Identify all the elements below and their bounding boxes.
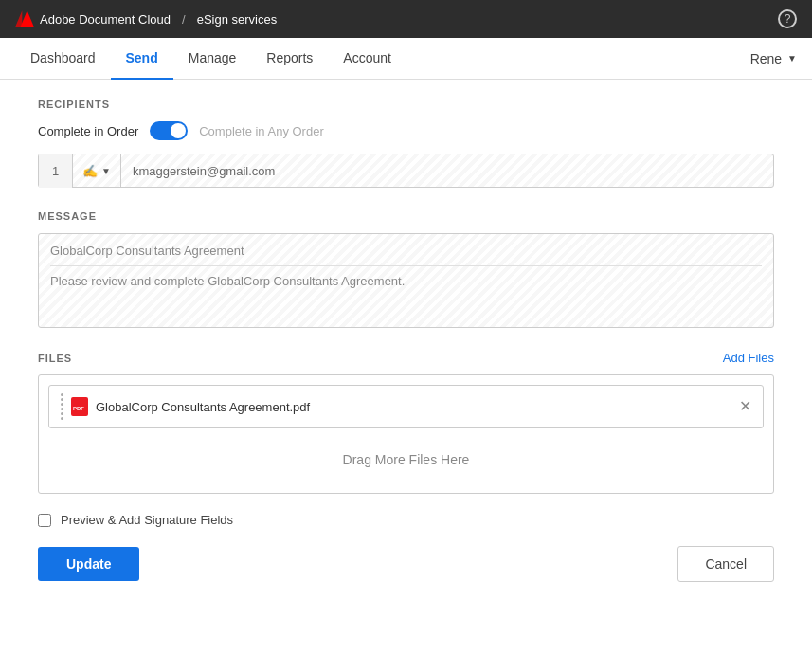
message-subject: GlobalCorp Consultants Agreement (50, 244, 762, 266)
message-label: MESSAGE (38, 210, 774, 222)
nav-item-dashboard[interactable]: Dashboard (15, 38, 111, 80)
update-button[interactable]: Update (38, 547, 139, 581)
recipient-email-input[interactable] (121, 164, 773, 178)
adobe-logo-icon (15, 9, 34, 28)
drag-more-label: Drag More Files Here (343, 452, 470, 467)
recipients-section: RECIPIENTS Complete in Order Complete in… (38, 99, 774, 188)
nav-left: Dashboard Send Manage Reports Account (15, 38, 406, 80)
svg-marker-0 (20, 10, 34, 27)
preview-label: Preview & Add Signature Fields (61, 513, 233, 527)
brand-name: Adobe Document Cloud (40, 12, 171, 27)
brand-separator: / (182, 12, 186, 27)
user-menu[interactable]: Rene ▼ (750, 51, 797, 66)
service-name: eSign services (197, 12, 278, 27)
recipient-row: 1 ✍ ▼ (38, 154, 774, 188)
complete-in-order-toggle[interactable] (150, 121, 188, 140)
nav-item-send[interactable]: Send (111, 38, 173, 80)
files-section: FILES Add Files PDF GlobalCorp Consulta (38, 351, 774, 494)
nav-item-manage[interactable]: Manage (173, 38, 252, 80)
nav-item-reports[interactable]: Reports (251, 38, 328, 80)
svg-marker-1 (15, 10, 22, 27)
recipients-label: RECIPIENTS (38, 99, 774, 110)
message-section: MESSAGE GlobalCorp Consultants Agreement… (38, 210, 774, 328)
preview-checkbox[interactable] (38, 514, 51, 527)
message-body: Please review and complete GlobalCorp Co… (50, 274, 762, 288)
role-icon: ✍ (82, 164, 98, 178)
message-box: GlobalCorp Consultants Agreement Please … (38, 233, 774, 328)
drag-more-area: Drag More Files Here (48, 436, 764, 483)
svg-text:PDF: PDF (73, 406, 84, 411)
files-header: FILES Add Files (38, 351, 774, 365)
complete-any-order-label: Complete in Any Order (199, 124, 324, 138)
toggle-track (150, 121, 188, 140)
recipient-role-button[interactable]: ✍ ▼ (73, 154, 121, 188)
file-item: PDF GlobalCorp Consultants Agreement.pdf… (48, 385, 764, 428)
user-name: Rene (750, 51, 782, 66)
nav-bar: Dashboard Send Manage Reports Account Re… (0, 38, 812, 80)
files-drop-area[interactable]: PDF GlobalCorp Consultants Agreement.pdf… (38, 374, 774, 494)
add-files-button[interactable]: Add Files (723, 351, 774, 365)
pdf-icon: PDF (71, 397, 88, 416)
role-dropdown-arrow: ▼ (101, 166, 111, 176)
help-icon[interactable]: ? (778, 9, 797, 28)
drag-handle-icon (61, 393, 63, 420)
recipient-number: 1 (39, 154, 73, 188)
file-item-left: PDF GlobalCorp Consultants Agreement.pdf (61, 393, 310, 420)
top-bar-right: ? (778, 9, 797, 28)
preview-row: Preview & Add Signature Fields (38, 513, 774, 527)
nav-item-account[interactable]: Account (328, 38, 406, 80)
action-row: Update Cancel (38, 546, 774, 582)
brand-area: Adobe Document Cloud (15, 9, 171, 28)
files-label: FILES (38, 353, 72, 364)
file-close-button[interactable]: ✕ (739, 399, 751, 414)
user-dropdown-arrow: ▼ (787, 53, 797, 64)
main-content: RECIPIENTS Complete in Order Complete in… (0, 80, 812, 654)
top-bar: Adobe Document Cloud / eSign services ? (0, 0, 812, 38)
cancel-button[interactable]: Cancel (677, 546, 774, 582)
complete-in-order-label: Complete in Order (38, 124, 138, 138)
order-row: Complete in Order Complete in Any Order (38, 121, 774, 140)
toggle-thumb (171, 123, 186, 138)
top-bar-left: Adobe Document Cloud / eSign services (15, 9, 277, 28)
file-name: GlobalCorp Consultants Agreement.pdf (96, 400, 310, 414)
